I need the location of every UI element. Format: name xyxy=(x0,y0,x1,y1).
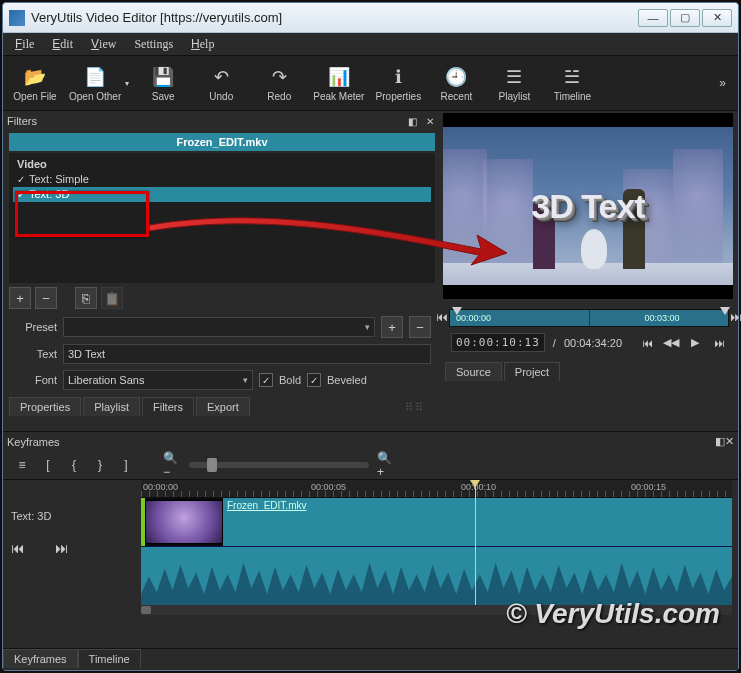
check-icon xyxy=(17,172,25,187)
titlebar[interactable]: VeryUtils Video Editor [https://veryutil… xyxy=(3,3,738,33)
panel-undock-icon[interactable]: ◧ xyxy=(715,435,725,448)
text-label: Text xyxy=(13,348,57,360)
kf-bracket-in-button[interactable]: [ xyxy=(39,456,57,474)
menu-settings[interactable]: Settings xyxy=(126,35,181,54)
preset-combo[interactable] xyxy=(63,317,375,337)
font-combo[interactable]: Liberation Sans xyxy=(63,370,253,390)
timeline-button[interactable]: ☱Timeline xyxy=(544,57,600,109)
timeline-playhead[interactable] xyxy=(475,480,476,615)
video-preview[interactable]: 3D Text xyxy=(443,113,733,299)
open-file-button[interactable]: 📂Open File xyxy=(7,57,63,109)
filter-item[interactable]: Text: 3D xyxy=(13,187,431,202)
total-timecode: 00:04:34:20 xyxy=(564,337,622,349)
redo-icon: ↷ xyxy=(272,65,287,89)
copy-filter-button[interactable]: ⎘ xyxy=(75,287,97,309)
beveled-checkbox[interactable]: ✓ xyxy=(307,373,321,387)
minimize-button[interactable]: — xyxy=(638,9,668,27)
clip-label: Frozen_EDIT.mkv xyxy=(227,500,306,511)
track-next-button[interactable]: ⏭ xyxy=(55,540,69,556)
tab-properties[interactable]: Properties xyxy=(9,397,81,416)
preview-3d-text-overlay: 3D Text xyxy=(531,187,644,226)
undo-button[interactable]: ↶Undo xyxy=(193,57,249,109)
keyframes-header: Keyframes ◧ ✕ xyxy=(3,431,738,451)
clip-thumbnail xyxy=(145,500,223,544)
current-timecode[interactable]: 00:00:10:13 xyxy=(451,333,545,352)
zoom-in-button[interactable]: 🔍+ xyxy=(377,456,395,474)
filter-category: Video xyxy=(13,157,431,172)
timeline-video-track[interactable]: Frozen_EDIT.mkv xyxy=(141,498,732,546)
beveled-label: Beveled xyxy=(327,374,367,386)
maximize-button[interactable]: ▢ xyxy=(670,9,700,27)
zoom-knob[interactable] xyxy=(207,458,217,472)
tab-keyframes[interactable]: Keyframes xyxy=(3,649,78,668)
kf-prev-button[interactable]: { xyxy=(65,456,83,474)
remove-filter-button[interactable]: − xyxy=(35,287,57,309)
tab-export[interactable]: Export xyxy=(196,397,250,416)
recent-button[interactable]: 🕘Recent xyxy=(428,57,484,109)
playlist-icon: ☰ xyxy=(506,65,522,89)
keyframes-toolbar: ≡ [ { } ] 🔍− 🔍+ xyxy=(3,451,738,479)
scrub-end-marker[interactable] xyxy=(720,307,730,315)
bold-checkbox[interactable]: ✓ xyxy=(259,373,273,387)
timeline-clip[interactable]: Frozen_EDIT.mkv xyxy=(223,498,732,546)
menu-help[interactable]: Help xyxy=(183,35,222,54)
scrub-start-label: 00:00:00 xyxy=(456,313,491,323)
timeline-icon: ☱ xyxy=(564,65,580,89)
save-button[interactable]: 💾Save xyxy=(135,57,191,109)
toolbar-overflow-button[interactable]: » xyxy=(711,76,734,90)
save-icon: 💾 xyxy=(152,65,174,89)
timeline-audio-track[interactable] xyxy=(141,546,732,606)
bold-label: Bold xyxy=(279,374,301,386)
zoom-slider[interactable] xyxy=(189,462,369,468)
properties-button[interactable]: ℹProperties xyxy=(370,57,426,109)
next-frame-button[interactable]: ⏭ xyxy=(711,335,727,351)
play-button[interactable]: ▶ xyxy=(687,335,703,351)
tab-playlist[interactable]: Playlist xyxy=(83,397,140,416)
filter-list: Video Text: Simple Text: 3D xyxy=(9,153,435,283)
font-label: Font xyxy=(13,374,57,386)
rewind-button[interactable]: ◀◀ xyxy=(663,335,679,351)
text-input[interactable]: 3D Text xyxy=(63,344,431,364)
panel-undock-icon[interactable]: ◧ xyxy=(405,114,419,128)
playlist-button[interactable]: ☰Playlist xyxy=(486,57,542,109)
undo-icon: ↶ xyxy=(214,65,229,89)
close-button[interactable]: ✕ xyxy=(702,9,732,27)
track-prev-button[interactable]: ⏮ xyxy=(11,540,25,556)
tab-filters[interactable]: Filters xyxy=(142,397,194,416)
filter-item[interactable]: Text: Simple xyxy=(13,172,431,187)
menu-view[interactable]: View xyxy=(83,35,124,54)
kf-bracket-out-button[interactable]: ] xyxy=(117,456,135,474)
menu-edit[interactable]: Edit xyxy=(44,35,81,54)
preset-add-button[interactable]: + xyxy=(381,316,403,338)
properties-icon: ℹ xyxy=(395,65,402,89)
panel-close-icon[interactable]: ✕ xyxy=(423,114,437,128)
zoom-out-button[interactable]: 🔍− xyxy=(163,456,181,474)
prev-frame-button[interactable]: ⏮ xyxy=(639,335,655,351)
paste-filter-button[interactable]: 📋 xyxy=(101,287,123,309)
timeline-ruler[interactable]: 00:00:00 00:00:05 00:00:10 00:00:15 xyxy=(141,480,732,498)
main-toolbar: 📂Open File 📄Open Other 💾Save ↶Undo ↷Redo… xyxy=(3,55,738,111)
menu-file[interactable]: File xyxy=(7,35,42,54)
peak-meter-button[interactable]: 📊Peak Meter xyxy=(309,57,368,109)
menubar: File Edit View Settings Help xyxy=(3,33,738,55)
add-filter-button[interactable]: + xyxy=(9,287,31,309)
filters-clip-name: Frozen_EDIT.mkv xyxy=(9,133,435,151)
skip-start-button[interactable]: ⏮ xyxy=(436,310,448,324)
panel-grip[interactable]: ⠿⠿ xyxy=(252,397,435,417)
track-name: Text: 3D xyxy=(11,510,133,528)
open-other-icon: 📄 xyxy=(84,65,106,89)
open-file-icon: 📂 xyxy=(24,65,46,89)
timeline-scrollbar[interactable] xyxy=(141,605,732,615)
open-other-button[interactable]: 📄Open Other xyxy=(65,57,133,109)
tab-timeline[interactable]: Timeline xyxy=(78,649,141,668)
tab-project[interactable]: Project xyxy=(504,362,560,381)
redo-button[interactable]: ↷Redo xyxy=(251,57,307,109)
check-icon xyxy=(17,187,25,202)
tab-source[interactable]: Source xyxy=(445,362,502,381)
preset-remove-button[interactable]: − xyxy=(409,316,431,338)
skip-end-button[interactable]: ⏭ xyxy=(730,310,741,324)
kf-menu-button[interactable]: ≡ xyxy=(13,456,31,474)
scrub-bar[interactable]: ⏮ 00:00:00 00:03:00 ⏭ xyxy=(449,309,729,327)
panel-close-icon[interactable]: ✕ xyxy=(725,435,734,448)
kf-next-button[interactable]: } xyxy=(91,456,109,474)
